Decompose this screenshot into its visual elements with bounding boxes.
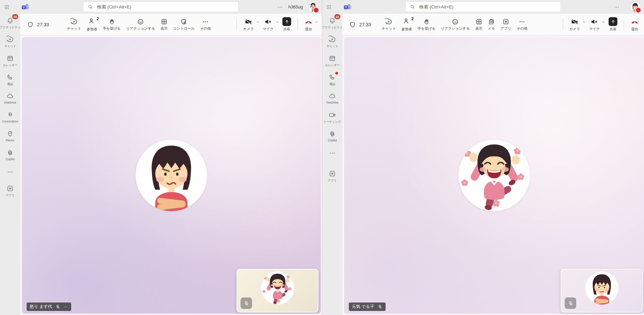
reactions-button[interactable]: リアクションする: [124, 17, 158, 33]
share-arrow-icon: [610, 19, 616, 25]
leave-options-chevron[interactable]: [314, 20, 319, 24]
more-button[interactable]: その他: [514, 17, 530, 33]
places-pin-icon: [6, 130, 14, 138]
apps-plus-icon: [329, 170, 336, 177]
ellipsis-icon: [519, 18, 526, 25]
share-button[interactable]: 共有: [280, 16, 293, 33]
teams-window-left: h365ug 20 アクティビティ チャット カレンダー 通話: [0, 0, 322, 315]
sidebar-item-calls[interactable]: 通話: [0, 73, 20, 90]
chat-button[interactable]: チャット: [379, 17, 398, 33]
video-camera-icon: [329, 111, 336, 119]
sidebar-item-chat[interactable]: チャット: [322, 35, 342, 52]
mic-muted-icon: [244, 300, 249, 306]
teams-logo-icon: [21, 3, 30, 11]
raise-hand-button[interactable]: 手を挙げる: [415, 17, 438, 33]
notes-button[interactable]: メモ: [485, 17, 498, 33]
app-launcher-button[interactable]: [0, 0, 13, 14]
camera-off-icon: [571, 18, 579, 26]
view-button[interactable]: 表示: [158, 17, 170, 33]
share-button[interactable]: 共有: [606, 16, 620, 33]
apps-button[interactable]: アプリ: [498, 17, 513, 33]
more-options-icon[interactable]: [614, 4, 620, 10]
profile-avatar[interactable]: [308, 2, 318, 12]
sidebar-item-onedrive[interactable]: OneDrive: [322, 92, 342, 109]
leave-button[interactable]: 退出: [628, 16, 641, 33]
camera-button[interactable]: カメラ: [567, 16, 583, 33]
app-top-bar: [322, 0, 644, 14]
app-sidebar: 22 アクティビティ チャット カレンダー 通話 OneDrive ミーテ: [322, 14, 342, 315]
self-avatar: [261, 271, 294, 305]
view-button[interactable]: 表示: [473, 17, 485, 33]
sidebar-item-activity[interactable]: 22 アクティビティ: [322, 16, 342, 33]
sidebar-item-meetings[interactable]: ミーティング: [322, 111, 342, 127]
copilot-icon: [329, 130, 336, 138]
search-bar[interactable]: [406, 2, 560, 12]
mic-options-chevron[interactable]: [601, 20, 606, 24]
account-label: h365ug: [288, 4, 303, 9]
meeting-security-shield-icon: [27, 21, 34, 28]
sidebar-more-button[interactable]: [0, 167, 20, 177]
search-bar[interactable]: [84, 2, 238, 12]
remote-video-tile: 元気 でる子: [344, 37, 644, 314]
sidebar-item-copilot[interactable]: Copilot: [0, 148, 20, 165]
sidebar-item-apps[interactable]: アプリ: [322, 169, 342, 186]
toolbar-divider: [563, 19, 563, 31]
more-button[interactable]: その他: [198, 17, 213, 33]
profile-avatar[interactable]: [631, 2, 640, 12]
cloud-icon: [329, 92, 336, 100]
more-options-icon[interactable]: [277, 4, 283, 10]
toolbar-divider: [236, 19, 237, 31]
sidebar-item-onedrive[interactable]: OneDrive: [0, 92, 20, 109]
angry-girl-avatar: [585, 271, 618, 305]
notes-icon: [488, 18, 495, 25]
presence-busy-badge: [635, 7, 641, 13]
mic-button[interactable]: マイク: [260, 16, 276, 33]
teams-logo-icon: [343, 3, 352, 11]
sidebar-item-apps[interactable]: アプリ: [0, 184, 20, 201]
meeting-stage: 怒り ます代: [20, 35, 322, 315]
raised-hand-icon: [108, 18, 115, 25]
mic-muted-icon: [377, 304, 383, 309]
search-input[interactable]: [96, 4, 234, 10]
search-icon: [410, 4, 415, 10]
raise-hand-button[interactable]: 手を挙げる: [101, 17, 123, 33]
camera-off-icon: [245, 18, 252, 26]
chat-button[interactable]: チャット: [64, 17, 84, 33]
reactions-button[interactable]: リアクションする: [439, 17, 472, 33]
participants-button[interactable]: 2 参加者: [84, 16, 100, 33]
sidebar-item-calendar[interactable]: カレンダー: [0, 54, 20, 71]
mic-options-chevron[interactable]: [275, 20, 280, 24]
sidebar-item-copilot[interactable]: Copilot: [322, 130, 342, 146]
camera-options-chevron[interactable]: [582, 20, 586, 24]
search-input[interactable]: [419, 4, 556, 10]
sidebar-item-calls[interactable]: 通話: [322, 73, 342, 90]
sidebar-item-chat[interactable]: チャット: [0, 35, 20, 52]
smiley-icon: [452, 18, 459, 25]
meeting-toolbar: 27:33 チャット 2 参加者 手を挙げる: [20, 14, 322, 35]
app-launcher-button[interactable]: [322, 0, 336, 14]
participant-menu-icon[interactable]: [63, 305, 68, 309]
self-view-pip[interactable]: [561, 269, 643, 313]
sidebar-more-button[interactable]: [322, 148, 342, 159]
app-top-bar: h365ug: [0, 0, 322, 14]
chat-icon: [6, 36, 14, 43]
camera-button[interactable]: カメラ: [241, 16, 256, 33]
mic-button[interactable]: マイク: [587, 16, 602, 33]
participants-icon: [88, 18, 95, 25]
teams-window-right: 22 アクティビティ チャット カレンダー 通話 OneDrive ミーテ: [322, 0, 644, 315]
toolbar-divider: [624, 19, 624, 31]
angry-girl-avatar: [136, 140, 207, 211]
mic-muted-icon: [568, 300, 573, 306]
phone-icon: [329, 74, 336, 81]
sidebar-item-places[interactable]: Places: [0, 130, 20, 146]
sidebar-item-calendar[interactable]: カレンダー: [322, 54, 342, 71]
participants-button[interactable]: 2 参加者: [399, 16, 415, 33]
meeting-security-shield-icon: [349, 21, 356, 28]
sidebar-item-activity[interactable]: 20 アクティビティ: [0, 16, 20, 33]
self-view-pip[interactable]: [236, 269, 318, 313]
control-button[interactable]: コントロール: [171, 17, 197, 33]
camera-options-chevron[interactable]: [255, 20, 260, 24]
self-mic-muted-badge: [241, 297, 252, 309]
leave-button[interactable]: 退出: [302, 16, 315, 33]
sidebar-item-connections[interactable]: Connections: [0, 111, 20, 127]
